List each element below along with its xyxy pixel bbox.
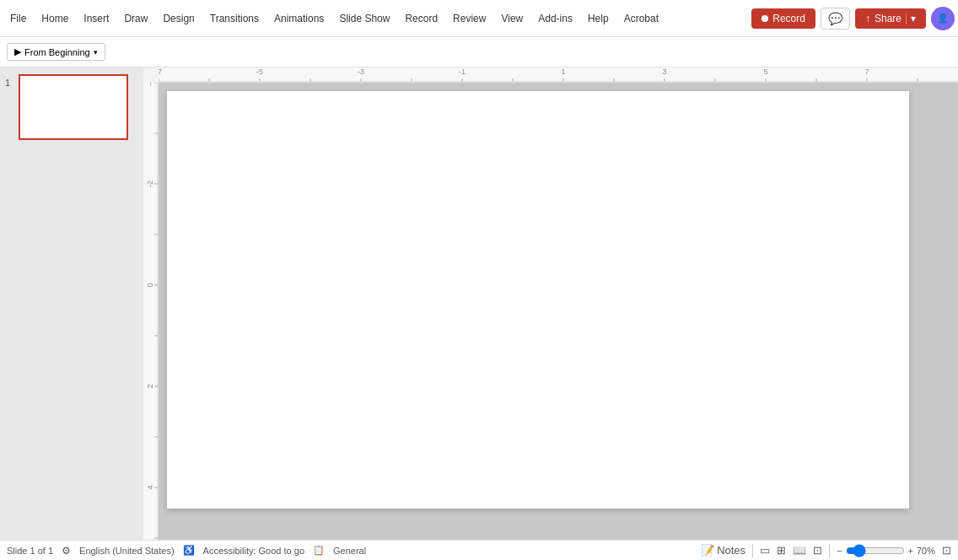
status-bar: Slide 1 of 1 ⚙ English (United States) ♿… — [0, 540, 958, 560]
profile-icon: 👤 — [937, 13, 949, 24]
slide-canvas-wrapper[interactable] — [159, 83, 958, 540]
menu-record[interactable]: Record — [398, 9, 444, 28]
general-label: General — [333, 546, 366, 556]
slide-canvas[interactable] — [167, 91, 909, 509]
from-beginning-button[interactable]: ▶ From Beginning ▾ — [7, 43, 105, 61]
notes-icon: 📝 — [701, 544, 714, 557]
accessibility-icon: ♿ — [183, 545, 195, 556]
record-dot-icon — [762, 15, 768, 22]
share-dropdown-arrow[interactable]: ▾ — [906, 13, 916, 24]
menu-transitions[interactable]: Transitions — [203, 9, 266, 28]
general-icon: 📋 — [313, 545, 325, 556]
menu-review[interactable]: Review — [446, 9, 492, 28]
language: English (United States) — [79, 546, 175, 556]
slide-panel: 1 — [0, 67, 143, 540]
main-area: 1 — [0, 67, 958, 540]
toolbar-right: Record 💬 ↑ Share ▾ 👤 — [751, 7, 955, 30]
slide-item: 1 — [5, 74, 138, 140]
menu-home[interactable]: Home — [35, 9, 75, 28]
zoom-slider[interactable] — [846, 544, 905, 557]
slide-thumbnail[interactable] — [19, 74, 128, 140]
notes-label: Notes — [717, 544, 745, 557]
record-button[interactable]: Record — [751, 8, 815, 29]
from-beginning-arrow-icon: ▾ — [94, 48, 98, 57]
zoom-in-icon[interactable]: + — [908, 546, 913, 556]
status-divider — [752, 544, 753, 557]
ruler-horizontal-canvas — [159, 67, 958, 83]
ruler-vertical-canvas — [143, 83, 159, 540]
menu-draw[interactable]: Draw — [117, 9, 154, 28]
content-row — [143, 83, 958, 540]
profile-button[interactable]: 👤 — [931, 7, 955, 30]
record-button-label: Record — [772, 13, 805, 24]
slide-number: 1 — [5, 78, 13, 88]
menu-view[interactable]: View — [494, 9, 530, 28]
comment-button[interactable]: 💬 — [821, 8, 850, 30]
share-icon: ↑ — [865, 13, 870, 24]
slide-sorter-button[interactable]: ⊞ — [777, 544, 786, 557]
notes-button[interactable]: 📝 Notes — [701, 544, 746, 557]
menu-slideshow[interactable]: Slide Show — [332, 9, 396, 28]
share-button-label: Share — [875, 13, 901, 24]
menu-addins[interactable]: Add-ins — [531, 9, 579, 28]
accessibility-label: Accessibility: Good to go — [203, 546, 304, 556]
share-button[interactable]: ↑ Share ▾ — [855, 8, 926, 29]
status-divider-2 — [829, 544, 830, 557]
ruler-horizontal — [159, 67, 958, 83]
comment-icon: 💬 — [828, 12, 842, 25]
menu-items: File Home Insert Draw Design Transitions… — [3, 9, 751, 28]
ribbon: ▶ From Beginning ▾ — [0, 37, 958, 67]
slide-info: Slide 1 of 1 — [7, 546, 53, 556]
normal-view-button[interactable]: ▭ — [760, 544, 770, 557]
zoom-out-icon[interactable]: − — [837, 546, 842, 556]
fit-slide-button[interactable]: ⊡ — [942, 544, 951, 557]
menu-insert[interactable]: Insert — [77, 9, 116, 28]
menu-file[interactable]: File — [3, 9, 33, 28]
menu-design[interactable]: Design — [156, 9, 201, 28]
settings-icon[interactable]: ⚙ — [62, 545, 71, 557]
menu-bar: File Home Insert Draw Design Transitions… — [0, 0, 958, 37]
menu-acrobat[interactable]: Acrobat — [617, 9, 665, 28]
ruler-vertical — [143, 83, 159, 540]
reading-view-button[interactable]: 📖 — [793, 544, 806, 557]
play-icon: ▶ — [14, 46, 21, 57]
zoom-control: − + 70% — [837, 544, 935, 557]
status-right: 📝 Notes ▭ ⊞ 📖 ⊡ − + 70% ⊡ — [701, 544, 952, 557]
from-beginning-label: From Beginning — [24, 47, 90, 57]
zoom-level: 70% — [917, 546, 935, 556]
menu-animations[interactable]: Animations — [267, 9, 331, 28]
canvas-area — [143, 67, 958, 540]
status-left: Slide 1 of 1 ⚙ English (United States) ♿… — [7, 545, 366, 557]
presenter-view-button[interactable]: ⊡ — [813, 544, 822, 557]
menu-help[interactable]: Help — [581, 9, 616, 28]
